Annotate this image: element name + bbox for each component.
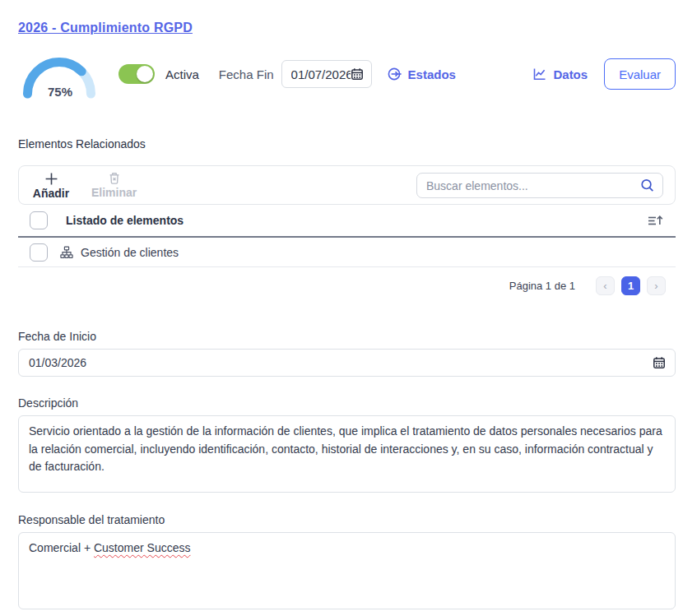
evaluar-button[interactable]: Evaluar	[604, 58, 676, 90]
search-input[interactable]	[426, 179, 639, 192]
fecha-inicio-input[interactable]	[29, 356, 653, 369]
search-field[interactable]	[416, 173, 663, 198]
fecha-inicio-label: Fecha de Inicio	[18, 330, 676, 343]
header-controls-row: 75% Activa Fecha Fin	[18, 47, 676, 101]
fecha-fin-field[interactable]	[281, 60, 372, 88]
pagination-next-button[interactable]: ›	[647, 276, 666, 295]
responsable-textarea[interactable]: Comercial + Customer Success	[18, 532, 676, 609]
descripcion-textarea[interactable]: Servicio orientado a la gestión de la in…	[18, 415, 676, 493]
arrow-circle-right-icon	[388, 67, 402, 81]
pagination-info: Página 1 de 1	[509, 280, 575, 292]
fecha-inicio-field-group: Fecha de Inicio	[18, 330, 676, 377]
descripcion-label: Descripción	[18, 396, 676, 410]
trash-icon	[108, 172, 121, 185]
calendar-icon[interactable]	[653, 356, 666, 369]
sort-ascending-icon[interactable]	[648, 213, 664, 228]
fecha-fin-label: Fecha Fin	[219, 67, 274, 81]
active-toggle-label: Activa	[165, 67, 199, 81]
sitemap-icon	[60, 246, 73, 259]
fecha-fin-input[interactable]	[291, 67, 351, 81]
gauge-percent-label: 75%	[48, 85, 72, 99]
active-toggle[interactable]	[118, 64, 155, 84]
list-header-label: Listado de elementos	[66, 214, 184, 227]
delete-button[interactable]: Eliminar	[91, 172, 137, 199]
delete-button-label: Eliminar	[91, 186, 137, 199]
pagination-page-1-button[interactable]: 1	[621, 276, 640, 295]
related-section-title: Elementos Relacionados	[18, 137, 676, 151]
calendar-icon[interactable]	[351, 67, 364, 81]
estados-link[interactable]: Estados	[388, 67, 456, 81]
estados-label: Estados	[408, 67, 456, 81]
pagination: Página 1 de 1 ‹ 1 ›	[18, 267, 676, 303]
progress-gauge: 75%	[18, 48, 100, 100]
line-chart-icon	[532, 67, 547, 81]
element-list-header-row: Listado de elementos	[18, 205, 676, 238]
related-toolbar: Añadir Eliminar	[18, 165, 676, 205]
datos-link[interactable]: Datos	[532, 67, 588, 81]
add-button-label: Añadir	[33, 187, 69, 200]
pagination-prev-button[interactable]: ‹	[596, 276, 615, 295]
compliance-detail-page: 2026 - Cumplimiento RGPD 75% Activa Fech…	[0, 0, 683, 616]
toggle-knob	[137, 66, 153, 82]
page-title-link[interactable]: 2026 - Cumplimiento RGPD	[18, 21, 193, 35]
table-row[interactable]: Gestión de clientes	[18, 238, 676, 267]
descripcion-field-group: Descripción Servicio orientado a la gest…	[18, 396, 676, 495]
select-all-checkbox[interactable]	[30, 211, 48, 229]
fecha-inicio-field[interactable]	[18, 349, 676, 377]
responsable-text: Comercial +	[29, 541, 94, 554]
magnifier-icon[interactable]	[639, 178, 655, 193]
row-label: Gestión de clientes	[81, 246, 179, 259]
add-button[interactable]: Añadir	[32, 172, 70, 200]
responsable-field-group: Responsable del tratamiento Comercial + …	[18, 513, 676, 609]
responsable-text-misspelled: Customer Success	[94, 541, 190, 554]
plus-icon	[44, 172, 58, 186]
datos-label: Datos	[553, 67, 588, 81]
row-checkbox[interactable]	[30, 243, 48, 262]
responsable-label: Responsable del tratamiento	[18, 513, 676, 526]
